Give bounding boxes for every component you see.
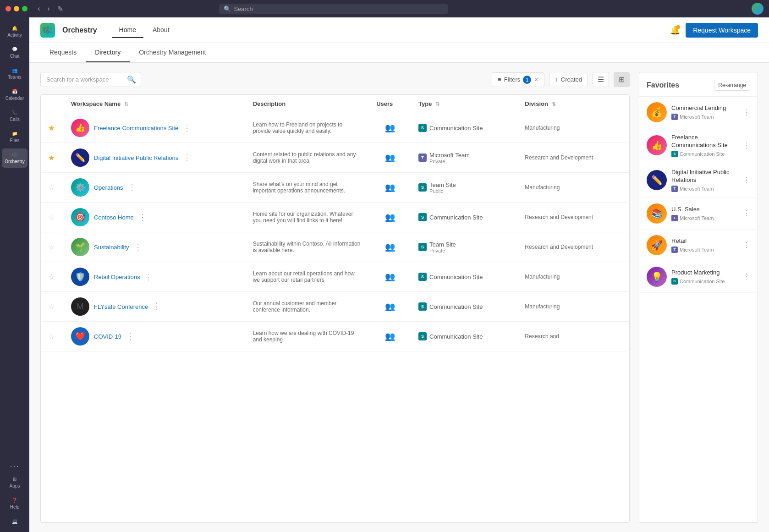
files-icon: 📁	[12, 131, 17, 136]
star-icon[interactable]: ☆	[48, 243, 55, 251]
workspace-name[interactable]: Freelance Communications Site	[94, 125, 178, 132]
sidebar-item-activity[interactable]: 🔔 Activity	[2, 22, 27, 41]
sidebar-item-orchestry[interactable]: 🎼 Orchestry	[2, 148, 27, 168]
sidebar-item-teams[interactable]: 👥 Teams	[2, 64, 27, 83]
fav-menu-icon[interactable]: ⋮	[743, 176, 750, 185]
nav-about[interactable]: About	[145, 22, 177, 38]
star-icon[interactable]: ☆	[48, 273, 55, 281]
star-icon[interactable]: ★	[48, 154, 55, 162]
th-division[interactable]: Division ⇅	[517, 95, 629, 113]
name-cell: 🌱 Sustainability ⋮	[64, 232, 246, 262]
tab-requests[interactable]: Requests	[40, 43, 86, 62]
th-type[interactable]: Type ⇅	[411, 95, 517, 113]
star-icon[interactable]: ☆	[48, 184, 55, 192]
minimize-dot[interactable]	[14, 6, 19, 11]
browser-search[interactable]: 🔍	[219, 4, 448, 14]
fav-menu-icon[interactable]: ⋮	[743, 209, 750, 218]
back-button[interactable]: ‹	[35, 4, 43, 14]
favorites-item[interactable]: 💡 Product Marketing S Communication Site…	[639, 261, 758, 293]
titlebar-right	[752, 3, 764, 15]
division-cell: Research and Development	[517, 203, 629, 232]
main-content: 🎼 Orchestry Home About 🔔 Request Workspa…	[29, 17, 769, 532]
workspace-name[interactable]: Retail Operations	[94, 274, 140, 280]
workspace-name[interactable]: FLYsafe Conference	[94, 303, 148, 310]
filter-button[interactable]: ≡ Filters 1 ✕	[492, 72, 544, 87]
favorites-item[interactable]: 👍 Freelance Communications Site S Commun…	[639, 128, 758, 163]
favorites-title: Favorites	[647, 81, 679, 89]
star-cell: ★	[41, 143, 64, 173]
users-icon: 👥	[385, 272, 395, 281]
description-cell: Learn how we are dealing with COVID-19 a…	[246, 322, 369, 351]
close-dot[interactable]	[5, 6, 11, 11]
fav-type: T Microsoft Team	[671, 215, 738, 221]
star-icon[interactable]: ★	[48, 124, 55, 132]
list-view-button[interactable]: ☰	[593, 72, 609, 87]
edit-button[interactable]: ✎	[55, 4, 66, 14]
workspace-search[interactable]: 🔍	[40, 72, 141, 87]
type-sort-icon: ⇅	[435, 101, 439, 107]
sidebar-item-calendar[interactable]: 📅 Calendar	[2, 85, 27, 104]
favorites-header: Favorites Re-arrange	[639, 72, 758, 97]
workspace-name[interactable]: COVID-19	[94, 333, 121, 340]
fav-info: Commercial Lending T Microsoft Team	[671, 104, 738, 120]
workspace-table-element: Workspace Name ⇅ Description Users	[41, 95, 629, 351]
fav-info: Retail T Microsoft Team	[671, 237, 738, 253]
th-users[interactable]: Users	[369, 95, 411, 113]
tab-directory[interactable]: Directory	[86, 43, 130, 62]
grid-view-button[interactable]: ⊞	[614, 72, 630, 87]
fav-menu-icon[interactable]: ⋮	[743, 141, 750, 150]
app-name: Orchestry	[62, 26, 97, 34]
row-menu-icon[interactable]: ⋮	[128, 182, 136, 192]
row-menu-icon[interactable]: ⋮	[153, 302, 161, 312]
tab-management[interactable]: Orchestry Management	[130, 43, 215, 62]
favorites-item[interactable]: 🚀 Retail T Microsoft Team ⋮	[639, 230, 758, 261]
th-description[interactable]: Description	[246, 95, 369, 113]
fav-menu-icon[interactable]: ⋮	[743, 108, 750, 117]
nav-home[interactable]: Home	[112, 22, 143, 38]
row-menu-icon[interactable]: ⋮	[138, 212, 147, 222]
fav-name: U.S. Sales	[671, 206, 738, 214]
maximize-dot[interactable]	[22, 6, 27, 11]
workspace-name[interactable]: Operations	[94, 184, 123, 191]
bell-button[interactable]: 🔔	[670, 25, 680, 35]
favorites-item[interactable]: 💰 Commercial Lending T Microsoft Team ⋮	[639, 97, 758, 128]
fav-type: T Microsoft Team	[671, 114, 738, 120]
forward-button[interactable]: ›	[44, 4, 52, 14]
favorites-item[interactable]: ✏️ Digital Initiative Public Relations T…	[639, 163, 758, 198]
users-cell: 👥	[369, 203, 411, 232]
division-cell: Manufacturing	[517, 113, 629, 143]
sidebar-more[interactable]: ···	[10, 461, 19, 471]
workspace-name[interactable]: Sustainability	[94, 244, 129, 251]
browser-search-input[interactable]	[234, 5, 444, 12]
sidebar-item-files[interactable]: 📁 Files	[2, 127, 27, 147]
sidebar-item-help[interactable]: ❓ Help	[2, 494, 27, 513]
name-cell: M FLYsafe Conference ⋮	[64, 292, 246, 322]
row-menu-icon[interactable]: ⋮	[144, 272, 153, 282]
fav-menu-icon[interactable]: ⋮	[743, 241, 750, 249]
workspace-name[interactable]: Digital Initiative Public Relations	[94, 154, 178, 161]
star-icon[interactable]: ☆	[48, 333, 55, 340]
sidebar-item-device[interactable]: 💻	[2, 515, 27, 527]
filter-clear-icon[interactable]: ✕	[534, 77, 538, 83]
fav-menu-icon[interactable]: ⋮	[743, 272, 750, 281]
row-menu-icon[interactable]: ⋮	[134, 242, 142, 252]
fav-icon: 💡	[647, 267, 667, 287]
user-avatar[interactable]	[752, 3, 764, 15]
favorites-item[interactable]: 📚 U.S. Sales T Microsoft Team ⋮	[639, 198, 758, 230]
sidebar-item-chat[interactable]: 💬 Chat	[2, 43, 27, 62]
request-workspace-button[interactable]: Request Workspace	[686, 23, 758, 38]
row-menu-icon[interactable]: ⋮	[183, 153, 191, 163]
th-workspace-name[interactable]: Workspace Name ⇅	[64, 95, 246, 113]
row-menu-icon[interactable]: ⋮	[183, 123, 191, 133]
star-icon[interactable]: ☆	[48, 214, 55, 221]
sidebar-item-apps[interactable]: ⊞ Apps	[2, 473, 27, 492]
sidebar-item-label: Activity	[7, 33, 22, 38]
sidebar-item-calls[interactable]: 📞 Calls	[2, 106, 27, 126]
rearrange-button[interactable]: Re-arrange	[714, 80, 750, 91]
star-icon[interactable]: ☆	[48, 303, 55, 311]
workspace-name[interactable]: Contoso Home	[94, 214, 134, 221]
row-menu-icon[interactable]: ⋮	[126, 331, 134, 341]
sort-button[interactable]: ↑ Created	[549, 73, 588, 86]
filter-label: Filters	[504, 76, 520, 83]
search-input[interactable]	[46, 76, 123, 83]
